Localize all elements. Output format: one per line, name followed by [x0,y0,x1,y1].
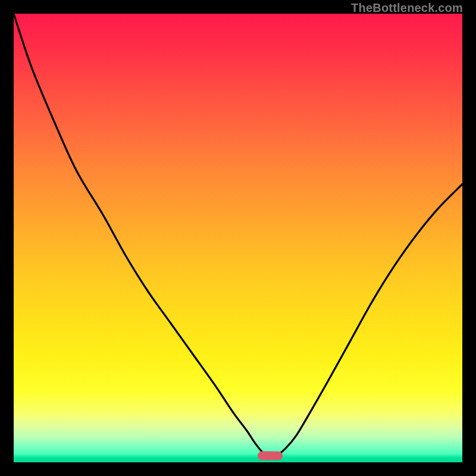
watermark-text: TheBottleneck.com [351,1,463,15]
plot-area [14,14,462,462]
chart-frame: TheBottleneck.com [0,0,476,476]
curve-path [14,14,462,457]
optimal-marker [258,451,283,460]
bottleneck-curve [14,14,462,462]
